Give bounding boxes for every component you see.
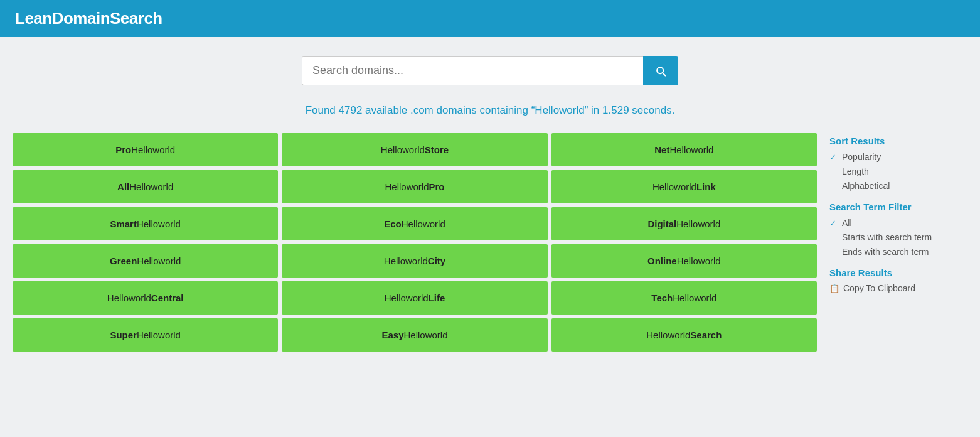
domain-grid-wrapper: ProHelloworldHelloworldStoreNetHelloworl…: [13, 133, 817, 352]
domain-cell[interactable]: TechHelloworld: [551, 281, 817, 315]
filter-ends-with[interactable]: Ends with search term: [829, 246, 967, 257]
filter-starts-with[interactable]: Starts with search term: [829, 232, 967, 243]
domain-cell[interactable]: OnlineHelloworld: [551, 244, 817, 278]
logo: LeanDomainSearch: [15, 9, 162, 28]
filter-all[interactable]: ✓ All: [829, 217, 967, 229]
check-icon-all: ✓: [829, 218, 838, 228]
clipboard-icon: 📋: [829, 284, 839, 293]
main-content: helloworld Found 4792 available .com dom…: [0, 37, 980, 364]
domain-cell[interactable]: HelloworldPro: [282, 170, 547, 203]
sidebar: Sort Results ✓ Popularity Length Alphabe…: [829, 133, 967, 352]
domain-cell[interactable]: EasyHelloworld: [282, 318, 547, 352]
domain-cell[interactable]: HelloworldStore: [282, 133, 547, 166]
domain-cell[interactable]: SuperHelloworld: [13, 318, 278, 352]
content-area: ProHelloworldHelloworldStoreNetHelloworl…: [13, 133, 967, 352]
check-icon-popularity: ✓: [829, 153, 838, 162]
domain-cell[interactable]: HelloworldCentral: [13, 281, 278, 315]
sort-results-title: Sort Results: [829, 136, 967, 146]
search-form: helloworld: [302, 56, 678, 85]
domain-cell[interactable]: ProHelloworld: [13, 133, 278, 166]
sort-popularity[interactable]: ✓ Popularity: [829, 151, 967, 163]
domain-cell[interactable]: SmartHelloworld: [13, 207, 278, 240]
domain-cell[interactable]: EcoHelloworld: [282, 207, 547, 240]
search-input[interactable]: helloworld: [302, 56, 643, 85]
logo-bold: DomainSearch: [52, 9, 162, 28]
domain-cell[interactable]: AllHelloworld: [13, 170, 278, 203]
filter-title: Search Term Filter: [829, 202, 967, 212]
search-button[interactable]: [643, 56, 678, 85]
header: LeanDomainSearch: [0, 0, 980, 37]
search-icon: [654, 65, 667, 77]
domain-cell[interactable]: GreenHelloworld: [13, 244, 278, 278]
search-area: helloworld: [13, 56, 967, 85]
domain-cell[interactable]: HelloworldSearch: [551, 318, 817, 352]
domain-cell[interactable]: NetHelloworld: [551, 133, 817, 166]
logo-lean: Lean: [15, 9, 52, 28]
domain-grid: ProHelloworldHelloworldStoreNetHelloworl…: [13, 133, 817, 352]
domain-cell[interactable]: HelloworldLife: [282, 281, 547, 315]
share-title: Share Results: [829, 267, 967, 278]
domain-cell[interactable]: HelloworldLink: [551, 170, 817, 203]
domain-cell[interactable]: DigitalHelloworld: [551, 207, 817, 240]
sort-alphabetical[interactable]: Alphabetical: [829, 180, 967, 192]
results-info: Found 4792 available .com domains contai…: [13, 104, 967, 117]
domain-cell[interactable]: HelloworldCity: [282, 244, 547, 278]
sort-length[interactable]: Length: [829, 166, 967, 177]
copy-to-clipboard[interactable]: 📋 Copy To Clipboard: [829, 283, 967, 293]
